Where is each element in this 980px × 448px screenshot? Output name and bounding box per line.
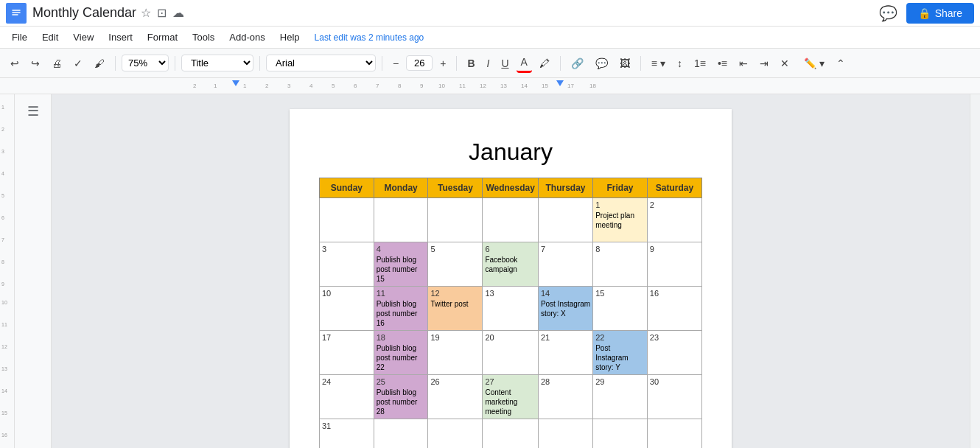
calendar-cell[interactable]: 2 bbox=[647, 198, 701, 242]
numbered-list-button[interactable]: 1≡ bbox=[690, 55, 710, 72]
calendar-cell[interactable]: 28 bbox=[538, 375, 592, 419]
calendar-cell[interactable]: 19 bbox=[428, 331, 483, 375]
calendar-row: 1011Publish blog post number 1612Twitter… bbox=[320, 287, 702, 331]
calendar-cell[interactable]: 6Facebook campaign bbox=[483, 242, 538, 287]
clear-formatting-button[interactable]: ✕ bbox=[776, 55, 794, 72]
bullet-list-button[interactable]: •≡ bbox=[713, 55, 732, 72]
cell-number: 22 bbox=[595, 333, 645, 342]
calendar-cell[interactable]: 30 bbox=[647, 375, 701, 419]
calendar-cell[interactable]: 27Content marketing meeting bbox=[483, 375, 538, 419]
share-button[interactable]: 🔒 Share bbox=[906, 3, 974, 24]
calendar-cell[interactable]: 23 bbox=[647, 331, 701, 375]
menu-file[interactable]: File bbox=[6, 29, 33, 46]
calendar-cell[interactable]: 20 bbox=[483, 331, 538, 375]
menu-view[interactable]: View bbox=[67, 29, 99, 46]
menu-edit[interactable]: Edit bbox=[36, 29, 64, 46]
font-size-decrease[interactable]: − bbox=[388, 55, 403, 72]
calendar-cell[interactable]: 13 bbox=[483, 287, 538, 331]
calendar-cell[interactable] bbox=[647, 419, 701, 449]
text-color-button[interactable]: A bbox=[517, 53, 532, 73]
cell-number: 9 bbox=[650, 245, 699, 253]
bold-button[interactable]: B bbox=[463, 55, 479, 72]
calendar-cell[interactable]: 11Publish blog post number 16 bbox=[374, 287, 428, 331]
calendar-cell[interactable]: 31 bbox=[320, 419, 374, 449]
collapse-button[interactable]: ⌃ bbox=[832, 55, 850, 72]
star-icon[interactable]: ☆ bbox=[141, 6, 151, 20]
menu-addons[interactable]: Add-ons bbox=[223, 29, 270, 46]
calendar-cell[interactable]: 24 bbox=[320, 375, 374, 419]
undo-button[interactable]: ↩ bbox=[6, 55, 24, 72]
font-select[interactable]: Arial Times New Roman bbox=[266, 55, 376, 71]
calendar-cell[interactable]: 15 bbox=[593, 287, 648, 331]
increase-indent-button[interactable]: ⇥ bbox=[755, 55, 773, 72]
calendar-cell[interactable]: 17 bbox=[320, 331, 374, 375]
style-select[interactable]: Title Normal Heading 1 bbox=[181, 55, 253, 71]
font-size-increase[interactable]: + bbox=[435, 55, 450, 72]
calendar-cell[interactable]: 18Publish blog post number 22 bbox=[374, 331, 428, 375]
calendar-cell[interactable]: 5 bbox=[428, 242, 483, 287]
redo-button[interactable]: ↪ bbox=[27, 55, 44, 72]
svg-text:11: 11 bbox=[459, 83, 466, 89]
svg-text:16: 16 bbox=[1, 433, 7, 438]
font-size-input[interactable] bbox=[406, 55, 433, 71]
svg-text:13: 13 bbox=[1, 366, 7, 371]
pen-mode-button[interactable]: ✏️ ▾ bbox=[799, 55, 829, 72]
vertical-scrollbar[interactable] bbox=[970, 94, 980, 448]
calendar-cell[interactable]: 25Publish blog post number 28 bbox=[374, 375, 428, 419]
separator-3 bbox=[259, 56, 260, 71]
calendar-cell[interactable]: 4Publish blog post number 15 bbox=[374, 242, 428, 287]
print-button[interactable]: 🖨 bbox=[47, 55, 66, 72]
calendar-cell[interactable]: 7 bbox=[538, 242, 592, 287]
link-button[interactable]: 🔗 bbox=[567, 55, 588, 72]
image-button[interactable]: 🖼 bbox=[615, 55, 634, 72]
cell-event: Project plan meeting bbox=[595, 211, 634, 229]
menu-help[interactable]: Help bbox=[274, 29, 306, 46]
calendar-cell[interactable]: 16 bbox=[647, 287, 701, 331]
calendar-cell[interactable]: 29 bbox=[593, 375, 648, 419]
menu-format[interactable]: Format bbox=[141, 29, 183, 46]
comment-button[interactable]: 💬 bbox=[591, 55, 612, 72]
calendar-cell[interactable]: 9 bbox=[647, 242, 701, 287]
calendar-cell[interactable]: 26 bbox=[428, 375, 483, 419]
calendar-cell[interactable] bbox=[374, 198, 428, 242]
outline-icon[interactable]: ☰ bbox=[24, 100, 42, 122]
menu-insert[interactable]: Insert bbox=[102, 29, 139, 46]
paint-format-button[interactable]: 🖌 bbox=[90, 55, 109, 72]
calendar-cell[interactable]: 1Project plan meeting bbox=[593, 198, 648, 242]
cell-number: 19 bbox=[430, 333, 480, 342]
svg-text:14: 14 bbox=[521, 83, 528, 89]
calendar-cell[interactable] bbox=[483, 198, 538, 242]
calendar-cell[interactable] bbox=[538, 198, 592, 242]
spellcheck-button[interactable]: ✓ bbox=[69, 55, 87, 72]
comment-icon[interactable]: 💬 bbox=[879, 4, 897, 22]
calendar-cell[interactable] bbox=[320, 198, 374, 242]
line-spacing-button[interactable]: ↕ bbox=[673, 55, 687, 72]
calendar-cell[interactable]: 14Post Instagram story: X bbox=[538, 287, 592, 331]
menu-tools[interactable]: Tools bbox=[186, 29, 220, 46]
underline-button[interactable]: U bbox=[497, 55, 513, 72]
calendar-cell[interactable] bbox=[483, 419, 538, 449]
calendar-cell[interactable]: 8 bbox=[593, 242, 648, 287]
calendar-cell[interactable]: 12Twitter post bbox=[428, 287, 483, 331]
align-button[interactable]: ≡ ▾ bbox=[647, 55, 670, 72]
svg-text:7: 7 bbox=[1, 237, 4, 242]
decrease-indent-button[interactable]: ⇤ bbox=[735, 55, 752, 72]
calendar-cell[interactable] bbox=[428, 198, 483, 242]
folder-icon[interactable]: ⊡ bbox=[157, 6, 167, 20]
calendar-cell[interactable] bbox=[593, 419, 648, 449]
calendar-cell[interactable]: 22Post Instagram story: Y bbox=[593, 331, 648, 375]
calendar-cell[interactable] bbox=[538, 419, 592, 449]
calendar-cell[interactable]: 21 bbox=[538, 331, 592, 375]
calendar-cell[interactable]: 10 bbox=[320, 287, 374, 331]
highlight-button[interactable]: 🖍 bbox=[535, 55, 554, 72]
left-ruler: 1 2 3 4 5 6 7 8 9 10 11 12 13 14 15 16 bbox=[0, 94, 15, 448]
zoom-select[interactable]: 75% 100% 125% bbox=[122, 55, 169, 71]
ruler: 2 1 1 2 3 4 5 6 7 8 9 10 11 12 13 14 15 bbox=[0, 78, 980, 94]
cell-number: 24 bbox=[322, 377, 371, 386]
calendar-cell[interactable]: 3 bbox=[320, 242, 374, 287]
document-area: January Sunday Monday Tuesday Wednesday … bbox=[52, 94, 970, 448]
calendar-cell[interactable] bbox=[374, 419, 428, 449]
cloud-icon[interactable]: ☁ bbox=[172, 6, 184, 20]
calendar-cell[interactable] bbox=[428, 419, 483, 449]
italic-button[interactable]: I bbox=[483, 55, 494, 72]
